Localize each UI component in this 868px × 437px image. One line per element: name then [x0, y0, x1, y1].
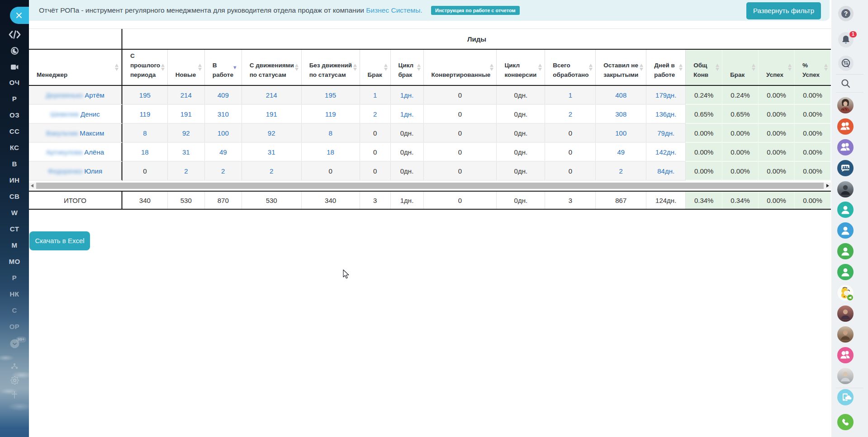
svg-text:?: ?: [844, 10, 848, 17]
